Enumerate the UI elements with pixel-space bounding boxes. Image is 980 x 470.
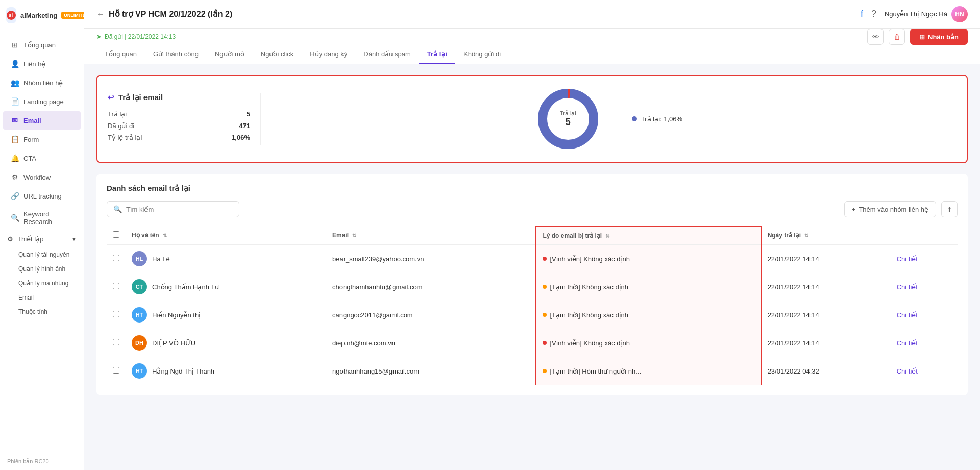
detail-link-3[interactable]: Chi tiết <box>897 339 918 347</box>
tab-nguoi-mo[interactable]: Người mở <box>207 45 253 64</box>
view-button[interactable]: 👁 <box>867 29 884 45</box>
tab-tra-lai[interactable]: Trả lại <box>419 45 455 64</box>
donut-title: Trả lại <box>560 110 576 117</box>
sidebar-footer: Phiên bản RC20 <box>0 453 84 470</box>
row-select-1[interactable] <box>113 283 119 289</box>
row-checkbox-3[interactable] <box>107 329 126 357</box>
row-checkbox-4[interactable] <box>107 357 126 385</box>
row-checkbox-2[interactable] <box>107 301 126 329</box>
name-text-0: Hà Lê <box>152 255 170 263</box>
sort-icon-date: ⇅ <box>804 233 808 238</box>
tab-nguoi-click[interactable]: Người click <box>253 45 302 64</box>
search-box[interactable]: 🔍 <box>107 201 239 217</box>
help-icon[interactable]: ? <box>871 9 876 19</box>
row-date-0: 22/01/2022 14:14 <box>761 245 891 273</box>
row-detail-1[interactable]: Chi tiết <box>891 273 958 301</box>
header-actions: f ? Nguyễn Thị Ngọc Hà HN <box>861 6 968 22</box>
th-checkbox <box>107 226 126 245</box>
row-select-3[interactable] <box>113 339 119 345</box>
back-button[interactable]: ← <box>96 10 105 19</box>
search-input[interactable] <box>126 206 233 213</box>
stats-left-panel: ↩ Trả lại email Trả lại 5 Đã gửi đi 471 … <box>108 93 261 145</box>
content-area: ↩ Trả lại email Trả lại 5 Đã gửi đi 471 … <box>84 64 980 470</box>
nhan-ban-button[interactable]: ⊞ Nhân bản <box>910 29 968 45</box>
stats-row-tra-lai: Trả lại 5 <box>108 110 250 118</box>
sidebar-item-lien-he[interactable]: 👤 Liên hệ <box>3 55 81 73</box>
reason-dot-3 <box>543 341 547 345</box>
row-name-1: CT Chống Thấm Hạnh Tư <box>126 273 326 301</box>
tab-danh-dau-spam[interactable]: Đánh dấu spam <box>355 45 419 64</box>
home-icon: ⊞ <box>10 40 19 50</box>
sidebar-item-form[interactable]: 📋 Form <box>3 130 81 149</box>
row-name-3: DH ĐIỆP VÕ HỮU <box>126 329 326 357</box>
tab-gui-thanh-cong[interactable]: Gửi thành công <box>145 45 207 64</box>
tab-huy-dang-ky[interactable]: Hủy đăng ký <box>302 45 355 64</box>
sidebar-sub-email[interactable]: Email <box>0 290 84 305</box>
detail-link-2[interactable]: Chi tiết <box>897 311 918 319</box>
th-ly-do[interactable]: Lý do email bị trả lại ⇅ <box>536 226 761 245</box>
avatar-1: CT <box>132 279 147 294</box>
detail-link-0[interactable]: Chi tiết <box>897 255 918 263</box>
chart-legend: Trả lại: 1,06% <box>632 115 682 123</box>
export-button[interactable]: ⬆ <box>941 201 958 217</box>
header: ← Hỗ trợ VP HCM 20/1/2022 (lần 2) f ? Ng… <box>84 0 980 29</box>
select-all-checkbox[interactable] <box>113 231 119 238</box>
sidebar-item-landing-page[interactable]: 📄 Landing page <box>3 92 81 111</box>
sidebar-sub-quan-ly-tai-nguyen[interactable]: Quản lý tài nguyên <box>0 248 84 262</box>
email-icon: ✉ <box>10 116 19 125</box>
sidebar-label-landing-page: Landing page <box>23 98 64 106</box>
row-name-4: HT Hằng Ngô Thị Thanh <box>126 357 326 385</box>
form-icon: 📋 <box>10 135 19 144</box>
sidebar-item-nhom-lien-he[interactable]: 👥 Nhóm liên hệ <box>3 73 81 92</box>
delete-button[interactable]: 🗑 <box>889 29 905 45</box>
svg-text:ai: ai <box>9 13 13 18</box>
row-checkbox-1[interactable] <box>107 273 126 301</box>
stats-row-da-gui: Đã gửi đi 471 <box>108 122 250 130</box>
sidebar-sub-quan-ly-ma-nhung[interactable]: Quản lý mã nhúng <box>0 276 84 290</box>
stats-value-da-gui: 471 <box>239 122 250 130</box>
sidebar-sub-thuoc-tinh[interactable]: Thuộc tính <box>0 305 84 319</box>
sidebar-item-url-tracking[interactable]: 🔗 URL tracking <box>3 187 81 205</box>
row-detail-0[interactable]: Chi tiết <box>891 245 958 273</box>
sidebar-item-keyword-research[interactable]: 🔍 Keyword Research <box>3 206 81 230</box>
th-actions <box>891 226 958 245</box>
facebook-icon[interactable]: f <box>861 9 863 19</box>
settings-icon: ⚙ <box>7 235 13 243</box>
row-date-4: 23/01/2022 04:32 <box>761 357 891 385</box>
th-email[interactable]: Email ⇅ <box>326 226 536 245</box>
th-ho-va-ten[interactable]: Họ và tên ⇅ <box>126 226 326 245</box>
row-select-4[interactable] <box>113 367 119 374</box>
tabs-bar: Tổng quan Gửi thành công Người mở Người … <box>96 45 968 64</box>
add-group-button[interactable]: + Thêm vào nhóm liên hệ <box>844 201 936 217</box>
row-select-2[interactable] <box>113 311 119 317</box>
workflow-icon: ⚙ <box>10 172 19 182</box>
row-detail-2[interactable]: Chi tiết <box>891 301 958 329</box>
row-checkbox-0[interactable] <box>107 245 126 273</box>
stats-label-tra-lai: Trả lại <box>108 110 127 118</box>
sidebar-item-thiet-lap[interactable]: ⚙ Thiết lập ▼ <box>0 231 84 248</box>
sidebar-item-email[interactable]: ✉ Email <box>3 111 81 130</box>
detail-link-4[interactable]: Chi tiết <box>897 367 918 375</box>
sort-icon-name: ⇅ <box>163 233 167 238</box>
avatar: HN <box>951 6 968 22</box>
export-icon: ⬆ <box>947 206 952 213</box>
name-text-2: Hiến Nguyễn thị <box>152 311 201 319</box>
reason-dot-0 <box>543 257 547 261</box>
row-select-0[interactable] <box>113 255 119 261</box>
reason-text-4: [Tạm thời] Hòm thư người nh... <box>550 367 641 375</box>
row-detail-4[interactable]: Chi tiết <box>891 357 958 385</box>
detail-link-1[interactable]: Chi tiết <box>897 283 918 291</box>
sidebar-item-workflow[interactable]: ⚙ Workflow <box>3 168 81 186</box>
row-reason-2: [Tạm thời] Không xác định <box>536 301 761 329</box>
row-reason-4: [Tạm thời] Hòm thư người nh... <box>536 357 761 385</box>
tab-khong-gui-di[interactable]: Không gửi đi <box>455 45 509 64</box>
sidebar-item-tong-quan[interactable]: ⊞ Tổng quan <box>3 36 81 54</box>
row-detail-3[interactable]: Chi tiết <box>891 329 958 357</box>
tab-tong-quan[interactable]: Tổng quan <box>96 45 145 64</box>
th-ngay-tra-lai[interactable]: Ngày trả lại ⇅ <box>761 226 891 245</box>
sub-header: ➤ Đã gửi | 22/01/2022 14:13 👁 🗑 ⊞ Nhân b… <box>84 29 980 64</box>
stats-title: ↩ Trả lại email <box>108 93 250 102</box>
sidebar-item-cta[interactable]: 🔔 CTA <box>3 149 81 167</box>
row-date-3: 22/01/2022 14:14 <box>761 329 891 357</box>
sidebar-sub-quan-ly-hinh-anh[interactable]: Quản lý hình ảnh <box>0 262 84 276</box>
